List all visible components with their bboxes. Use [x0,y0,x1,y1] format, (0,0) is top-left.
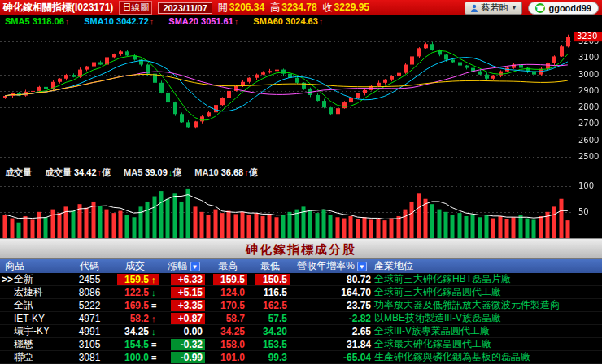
open-label: 開 [218,2,228,13]
high-value: 101.0 [213,352,247,363]
high-value: 124.0 [213,287,247,298]
sma60-indicator: SMA60 3024.63↑ [253,16,323,26]
sort-icon[interactable]: ▼ [190,262,200,271]
stock-code: 3105 [70,338,109,350]
high-label: 高 [270,2,280,13]
tick-arrow: = [151,352,159,363]
tick-arrow: ↓ [151,326,159,337]
volume-pane-title: 成交量 [5,167,32,179]
change-percent: -0.32 [171,339,205,350]
account-button[interactable]: ☎ ggoodd99 [528,2,599,15]
sort-icon[interactable]: ▼ [357,262,367,271]
revenue-yoy: 23.75 [291,299,373,311]
stock-code: 4991 [70,325,109,337]
person-icon [470,4,478,12]
high-value: 3234.78 [281,2,316,13]
low-value: 153.5 [255,339,290,350]
stock-name: IET-KY [14,313,45,324]
industry-position: 全球前三大砷化鎵晶圓代工廠 [373,286,602,298]
low-value: 57.5 [255,313,290,324]
volume-ma10-indicator: MA1036.68↑億 [194,167,257,179]
table-row[interactable]: >>全新 2455 159.5↑ +6.33 159.5 150.5 80.72… [0,273,602,286]
table-row[interactable]: 環宇-KY 4991 34.25↓ 0.00 34.25 34.20 2.65 … [0,325,602,338]
sma-indicator-row: SMA5 3118.06↑ SMA10 3042.72↑ SMA20 3051.… [0,15,602,27]
close-group: 收3229.95 [323,1,369,15]
price-value: 154.5 [117,339,151,350]
price-candlestick-chart[interactable] [0,27,602,167]
header-product[interactable]: 商品 [0,259,70,273]
table-row[interactable]: 全訊 5222 169.5= +3.35 170.5 162.5 23.75 功… [0,299,602,312]
stock-code: 4971 [70,312,109,324]
volume-ma5-indicator: MA539.09↓億 [124,167,181,179]
revenue-yoy: -2.82 [291,312,373,324]
low-value: 116.5 [255,287,290,298]
table-row[interactable]: IET-KY 4971 58.2↑ +0.87 58.7 57.5 -2.82 … [0,312,602,325]
up-arrow-icon: ↑ [319,16,324,26]
stock-name: 聯亞 [14,351,33,363]
user-button[interactable]: 蔡若昀 ▼ [465,2,523,15]
stock-name: 全新 [14,273,33,285]
header-industry-position[interactable]: 產業地位 [373,259,602,273]
header-revenue-yoy[interactable]: 營收年增率%▼ [291,259,373,273]
chart-period-selector[interactable]: 日線圖 [119,1,152,15]
up-arrow-icon: ↑ [234,16,239,26]
tick-arrow: = [151,300,159,311]
table-header-row: 商品 代碼 成交 漲幅▼ 最高 最低 營收年增率%▼ 產業地位 [0,259,602,273]
header-code[interactable]: 代碼 [70,259,109,273]
industry-position: 全球前三大砷化鎵HBT磊晶片廠 [373,273,602,285]
header-low[interactable]: 最低 [249,259,291,273]
change-percent: +3.35 [171,300,205,311]
account-name: ggoodd99 [548,3,591,13]
table-row[interactable]: 宏捷科 8086 122.5↓ +5.15 124.0 116.5 164.70… [0,286,602,299]
revenue-yoy: 2.65 [291,325,373,337]
industry-position: 生產砷化鎵與磷化銦為基板的磊晶廠 [373,351,602,363]
table-row[interactable]: 聯亞 3081 100.0= -0.99 101.0 99.3 -65.04 生… [0,351,602,364]
header-change[interactable]: 漲幅▼ [161,259,207,273]
revenue-yoy: 31.84 [291,338,373,350]
open-group: 開3206.34 [218,1,264,15]
phone-icon: ☎ [535,3,545,13]
chevron-down-icon: ▼ [512,5,517,11]
price-value: 34.25 [117,326,151,337]
stock-code: 2455 [70,273,109,285]
tick-arrow: = [151,339,159,350]
industry-position: 功率放大器及低雜訊放大器微波元件製造商 [373,299,602,311]
low-value: 150.5 [255,274,290,285]
high-value: 158.0 [213,339,247,350]
selection-cursor: >> [2,274,14,285]
high-value: 58.7 [213,313,247,324]
close-label: 收 [323,2,333,13]
low-value: 99.3 [255,352,290,363]
change-percent: +5.15 [171,287,205,298]
price-value: 169.5 [117,300,151,311]
section-title: 砷化鎵指標成分股 [0,238,602,259]
sma10-indicator: SMA10 3042.72↑ [84,16,154,26]
tick-arrow: ↓ [151,287,159,298]
revenue-yoy: -65.04 [291,351,373,363]
stock-code: 5222 [70,299,109,311]
volume-bar-chart[interactable] [0,178,602,238]
header-high[interactable]: 最高 [207,259,249,273]
stock-name: 宏捷科 [14,286,43,298]
high-group: 高3234.78 [270,1,316,15]
change-percent: -0.99 [171,352,205,363]
titlebar: 砷化鎵相關指標(I023171) 日線圖 2023/11/07 開3206.34… [0,0,602,15]
header-price[interactable]: 成交 [109,259,161,273]
change-percent: +6.33 [171,274,205,285]
stock-name: 環宇-KY [14,325,50,337]
table-row[interactable]: 穩懋 3105 154.5= -0.32 158.0 153.5 31.84 全… [0,338,602,351]
volume-indicator: 成交量34.42↑億 [45,167,111,179]
tick-arrow: ↑ [151,274,159,285]
price-value: 122.5 [117,287,151,298]
price-value: 100.0 [117,352,151,363]
change-percent: 0.00 [171,326,205,337]
high-value: 159.5 [213,274,247,285]
date-field[interactable]: 2023/11/07 [158,2,212,14]
trading-app-window: 砷化鎵相關指標(I023171) 日線圖 2023/11/07 開3206.34… [0,0,602,364]
low-value: 34.20 [255,326,290,337]
sma20-indicator: SMA20 3051.61↑ [168,16,238,26]
stock-name: 穩懋 [14,338,33,350]
volume-indicator-row: 成交量 成交量34.42↑億 MA539.09↓億 MA1036.68↑億 [0,167,602,178]
high-value: 170.5 [213,300,247,311]
stock-name: 全訊 [14,299,33,311]
